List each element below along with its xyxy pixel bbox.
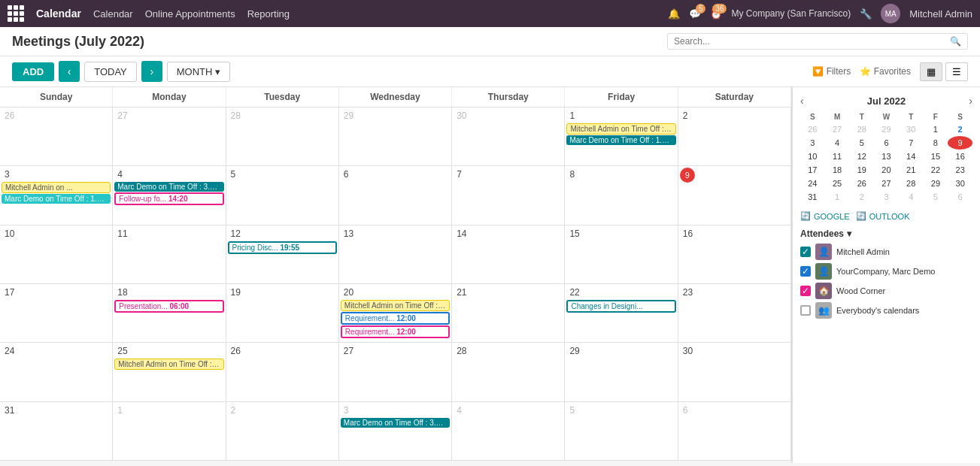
cal-cell-aug2[interactable]: 2: [226, 402, 339, 461]
mini-day-27[interactable]: 27: [874, 177, 899, 190]
event-changes[interactable]: Changes in Designi...: [566, 300, 675, 313]
cal-cell-jun30[interactable]: 30: [452, 107, 565, 166]
event-mitchell-timeoff-1[interactable]: Mitchell Admin on Time Off : 7.60 hour(s…: [566, 123, 675, 135]
mini-day-1[interactable]: 1: [924, 123, 948, 136]
mini-day-10[interactable]: 10: [800, 150, 825, 163]
mini-day-28[interactable]: 28: [899, 177, 924, 190]
mini-day-2[interactable]: 2: [948, 123, 972, 136]
cal-cell-jul3[interactable]: 3 Mitchell Admin on ... Marc Demo on Tim…: [0, 166, 113, 225]
bell-icon[interactable]: 🔔: [668, 8, 680, 20]
cal-cell-jul1[interactable]: 1 Mitchell Admin on Time Off : 7.60 hour…: [565, 107, 678, 166]
next-button[interactable]: ›: [141, 61, 162, 82]
cal-cell-jul17[interactable]: 17: [0, 284, 113, 343]
mini-day-12[interactable]: 12: [849, 150, 874, 163]
nav-online-appointments[interactable]: Online Appointments: [145, 8, 235, 20]
chat-icon[interactable]: 💬5: [689, 8, 701, 20]
prev-button[interactable]: ‹: [59, 61, 80, 82]
cal-cell-jul18[interactable]: 18 Presentation... 06:00: [113, 284, 226, 343]
cal-cell-jul13[interactable]: 13: [339, 225, 452, 284]
cal-cell-jul22[interactable]: 22 Changes in Designi...: [565, 284, 678, 343]
cal-cell-aug4[interactable]: 4: [452, 402, 565, 461]
event-presentation[interactable]: Presentation... 06:00: [114, 300, 223, 313]
filters-button[interactable]: 🔽 Filters: [812, 66, 851, 77]
attendees-title[interactable]: Attendees ▾: [800, 228, 972, 239]
mini-day-a6[interactable]: 6: [948, 190, 972, 204]
add-button[interactable]: ADD: [12, 62, 54, 81]
mini-day-13[interactable]: 13: [874, 150, 899, 163]
mini-day-14[interactable]: 14: [899, 150, 924, 163]
mini-day-a1[interactable]: 1: [825, 190, 850, 204]
event-marc-span[interactable]: Marc Demo on Time Off : 3.00 day(s): [114, 182, 223, 192]
attendee-check-woodcorner[interactable]: ✓: [800, 286, 811, 296]
cal-cell-jul11[interactable]: 11: [113, 225, 226, 284]
cal-cell-jul7[interactable]: 7: [452, 166, 565, 225]
attendee-check-marc[interactable]: ✓: [800, 266, 811, 277]
cal-cell-jun29[interactable]: 29: [339, 107, 452, 166]
event-mitchell-span-25[interactable]: Mitchell Admin on Time Off : 3.00 day(s): [114, 359, 223, 370]
mini-day-a2[interactable]: 2: [849, 190, 874, 204]
mini-day-25[interactable]: 25: [825, 177, 850, 190]
mini-day-24[interactable]: 24: [800, 177, 825, 190]
cal-cell-jul29[interactable]: 29: [565, 343, 678, 401]
event-req1[interactable]: Requirement... 12:00: [341, 312, 450, 325]
cal-cell-jul2[interactable]: 2: [678, 107, 791, 166]
cal-cell-jul8[interactable]: 8: [565, 166, 678, 225]
cal-cell-jul16[interactable]: 16: [678, 225, 791, 284]
event-req2[interactable]: Requirement... 12:00: [341, 325, 450, 338]
attendee-check-mitchell[interactable]: ✓: [800, 247, 811, 257]
mini-day-7[interactable]: 7: [899, 136, 924, 150]
event-pricing[interactable]: Pricing Disc... 19:55: [228, 241, 337, 254]
mini-day-j30[interactable]: 30: [899, 123, 924, 136]
cal-cell-jul20[interactable]: 20 Mitchell Admin on Time Off : 3.00 day…: [339, 284, 452, 343]
mini-day-4[interactable]: 4: [825, 136, 850, 150]
cal-cell-jul23[interactable]: 23: [678, 284, 791, 343]
list-view-button[interactable]: ☰: [945, 62, 968, 81]
event-marc-timeoff-1[interactable]: Marc Demo on Time Off : 1.00 day(s): [566, 135, 675, 145]
cal-cell-jul21[interactable]: 21: [452, 284, 565, 343]
cal-cell-jul12[interactable]: 12 Pricing Disc... 19:55: [226, 225, 339, 284]
mini-day-9[interactable]: 9: [948, 136, 972, 150]
search-input[interactable]: [674, 36, 950, 47]
today-button[interactable]: TODAY: [84, 62, 137, 82]
cal-cell-jul14[interactable]: 14: [452, 225, 565, 284]
event-followup[interactable]: Follow-up fo... 14:20: [114, 192, 223, 205]
settings-icon[interactable]: 🔧: [860, 8, 872, 20]
mini-day-22[interactable]: 22: [924, 163, 948, 177]
mini-day-6[interactable]: 6: [874, 136, 899, 150]
outlook-sync-button[interactable]: 🔄 OUTLOOK: [856, 211, 910, 221]
attendee-check-everybody[interactable]: [800, 305, 811, 316]
mini-day-30[interactable]: 30: [948, 177, 972, 190]
event-mitchell-span-20[interactable]: Mitchell Admin on Time Off : 3.00 day(s): [341, 300, 450, 311]
attendee-row-everybody[interactable]: 👥 Everybody's calendars: [800, 302, 972, 319]
google-sync-button[interactable]: 🔄 GOOGLE: [800, 211, 850, 221]
attendee-row-mitchell[interactable]: ✓ 👤 Mitchell Admin: [800, 244, 972, 260]
mini-day-17[interactable]: 17: [800, 163, 825, 177]
cal-cell-jul9[interactable]: 9: [678, 166, 791, 225]
mini-day-15[interactable]: 15: [924, 150, 948, 163]
cal-cell-aug3[interactable]: 3 Marc Demo on Time Off : 3.00 day(s): [339, 402, 452, 461]
mini-day-19[interactable]: 19: [849, 163, 874, 177]
cal-cell-jul24[interactable]: 24: [0, 343, 113, 401]
mini-day-a5[interactable]: 5: [924, 190, 948, 204]
mini-day-8[interactable]: 8: [924, 136, 948, 150]
mini-day-j29[interactable]: 29: [874, 123, 899, 136]
cal-cell-jul10[interactable]: 10: [0, 225, 113, 284]
cal-cell-jul6[interactable]: 6: [339, 166, 452, 225]
cal-cell-aug1[interactable]: 1: [113, 402, 226, 461]
nav-reporting[interactable]: Reporting: [247, 8, 290, 20]
mini-day-a3[interactable]: 3: [874, 190, 899, 204]
mini-day-21[interactable]: 21: [899, 163, 924, 177]
user-avatar[interactable]: MA: [881, 4, 900, 23]
mini-day-j28[interactable]: 28: [849, 123, 874, 136]
mini-next-button[interactable]: ›: [969, 95, 972, 107]
cal-cell-jul19[interactable]: 19: [226, 284, 339, 343]
mini-day-31[interactable]: 31: [800, 190, 825, 204]
mini-day-j27[interactable]: 27: [825, 123, 850, 136]
search-bar[interactable]: 🔍: [667, 33, 968, 50]
cal-cell-jul15[interactable]: 15: [565, 225, 678, 284]
mini-day-5[interactable]: 5: [849, 136, 874, 150]
cal-cell-jul25[interactable]: 25 Mitchell Admin on Time Off : 3.00 day…: [113, 343, 226, 401]
attendee-row-woodcorner[interactable]: ✓ 🏠 Wood Corner: [800, 283, 972, 299]
cal-cell-jul5[interactable]: 5: [226, 166, 339, 225]
mini-day-23[interactable]: 23: [948, 163, 972, 177]
